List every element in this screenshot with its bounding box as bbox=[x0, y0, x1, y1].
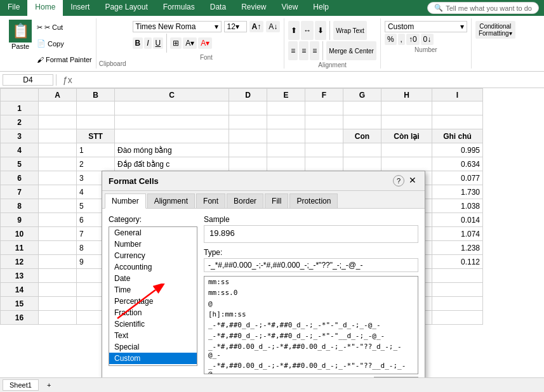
font-size-selector[interactable]: 12 ▾ bbox=[224, 21, 247, 32]
table-row[interactable] bbox=[267, 143, 305, 157]
table-row[interactable] bbox=[39, 283, 77, 297]
format-item[interactable]: @ bbox=[204, 298, 418, 309]
type-input[interactable] bbox=[204, 258, 418, 272]
format-item[interactable]: _-*#,##0_d_-;-*#,##0_d_-;_-*"-"_d_-;_-@_… bbox=[204, 320, 418, 330]
table-row[interactable] bbox=[39, 101, 77, 115]
table-row[interactable] bbox=[229, 129, 267, 143]
table-row[interactable] bbox=[39, 227, 77, 241]
format-item[interactable]: _-*#,##0.00_d_-;-*#,##0.00_d_-;_-*"-"??_… bbox=[204, 341, 418, 360]
category-item-general[interactable]: General bbox=[109, 227, 197, 238]
dialog-tab-number[interactable]: Number bbox=[105, 193, 146, 209]
table-row[interactable] bbox=[343, 101, 381, 115]
category-item-text[interactable]: Text bbox=[109, 330, 197, 341]
category-item-custom[interactable]: Custom bbox=[109, 353, 197, 364]
col-header-c[interactable]: C bbox=[115, 89, 229, 101]
table-row[interactable] bbox=[39, 143, 77, 157]
table-row[interactable] bbox=[115, 101, 229, 115]
table-row[interactable] bbox=[381, 101, 432, 115]
align-right-button[interactable]: ≡ bbox=[310, 41, 319, 60]
align-middle-button[interactable]: ↔ bbox=[301, 21, 314, 40]
category-item-number[interactable]: Number bbox=[109, 238, 197, 250]
sheet-tab-1[interactable]: Sheet1 bbox=[3, 379, 39, 391]
name-box[interactable] bbox=[3, 74, 53, 86]
table-row[interactable] bbox=[305, 129, 343, 143]
tab-formulas[interactable]: Formulas bbox=[156, 0, 202, 16]
format-item[interactable]: mm:ss bbox=[204, 277, 418, 287]
table-row[interactable]: 1.730 bbox=[432, 185, 483, 199]
format-item[interactable]: _-*#,##0_d_-;-*#,##0_d_-;_-*"-"__d_-;_-@… bbox=[204, 330, 418, 341]
table-row[interactable] bbox=[39, 241, 77, 255]
col-header-d[interactable]: D bbox=[229, 89, 267, 101]
category-list[interactable]: GeneralNumberCurrencyAccountingDateTimeP… bbox=[109, 226, 197, 366]
table-row[interactable] bbox=[432, 297, 483, 311]
sheet-add-button[interactable]: + bbox=[40, 379, 58, 391]
tab-review[interactable]: Review bbox=[234, 0, 274, 16]
table-row[interactable] bbox=[229, 115, 267, 129]
table-row[interactable] bbox=[267, 115, 305, 129]
table-row[interactable]: 0.112 bbox=[432, 255, 483, 269]
table-row[interactable] bbox=[39, 213, 77, 227]
table-row[interactable]: 0.077 bbox=[432, 171, 483, 185]
category-item-time[interactable]: Time bbox=[109, 284, 197, 296]
tab-home[interactable]: Home bbox=[27, 0, 63, 16]
borders-button[interactable]: ⊞ bbox=[170, 37, 182, 49]
tab-file[interactable]: File bbox=[0, 0, 27, 16]
table-row[interactable]: Ghi chú bbox=[432, 129, 483, 143]
dialog-help-button[interactable]: ? bbox=[393, 175, 404, 186]
table-row[interactable]: 1.238 bbox=[432, 241, 483, 255]
col-header-i[interactable]: I bbox=[432, 89, 483, 101]
col-header-b[interactable]: B bbox=[77, 89, 115, 101]
table-row[interactable]: 0.634 bbox=[432, 157, 483, 171]
tell-me-box[interactable]: 🔍 Tell me what you want to do bbox=[427, 2, 539, 14]
category-item-currency[interactable]: Currency bbox=[109, 250, 197, 261]
font-color-button[interactable]: A▾ bbox=[198, 37, 212, 49]
category-item-special[interactable]: Special bbox=[109, 341, 197, 353]
table-row[interactable] bbox=[77, 101, 115, 115]
table-row[interactable] bbox=[39, 171, 77, 185]
col-header-h[interactable]: H bbox=[381, 89, 432, 101]
underline-button[interactable]: U bbox=[153, 37, 164, 49]
table-row[interactable]: Đắp đất bằng c bbox=[115, 157, 229, 171]
dialog-close-button[interactable]: ✕ bbox=[407, 175, 418, 186]
table-row[interactable] bbox=[305, 157, 343, 171]
dialog-tab-alignment[interactable]: Alignment bbox=[147, 193, 195, 208]
copy-button[interactable]: 📄 Copy bbox=[37, 39, 92, 48]
table-row[interactable] bbox=[39, 255, 77, 269]
align-bottom-button[interactable]: ⬇ bbox=[315, 21, 326, 40]
table-row[interactable] bbox=[39, 269, 77, 283]
category-item-accounting[interactable]: Accounting bbox=[109, 261, 197, 273]
align-center-button[interactable]: ≡ bbox=[299, 41, 308, 60]
table-row[interactable] bbox=[229, 157, 267, 171]
table-row[interactable] bbox=[432, 283, 483, 297]
table-row[interactable]: 1.038 bbox=[432, 199, 483, 213]
table-row[interactable] bbox=[267, 129, 305, 143]
table-row[interactable]: STT bbox=[77, 129, 115, 143]
table-row[interactable] bbox=[229, 143, 267, 157]
decrease-font-button[interactable]: A↓ bbox=[266, 21, 280, 32]
table-row[interactable] bbox=[343, 143, 381, 157]
font-name-selector[interactable]: Times New Roma ▾ bbox=[133, 21, 222, 32]
category-item-percentage[interactable]: Percentage bbox=[109, 296, 197, 307]
col-header-e[interactable]: E bbox=[267, 89, 305, 101]
merge-center-button[interactable]: Merge & Center bbox=[326, 41, 376, 60]
table-row[interactable] bbox=[229, 101, 267, 115]
table-row[interactable]: Còn lại bbox=[381, 129, 432, 143]
wrap-text-button[interactable]: Wrap Text bbox=[333, 21, 367, 40]
table-row[interactable] bbox=[305, 143, 343, 157]
table-row[interactable] bbox=[39, 199, 77, 213]
function-icon[interactable]: ƒx bbox=[59, 75, 76, 85]
bold-button[interactable]: B bbox=[133, 37, 143, 49]
table-row[interactable] bbox=[381, 115, 432, 129]
table-row[interactable] bbox=[267, 101, 305, 115]
table-row[interactable]: 0.014 bbox=[432, 213, 483, 227]
table-row[interactable]: 1 bbox=[77, 143, 115, 157]
table-row[interactable] bbox=[39, 157, 77, 171]
tab-insert[interactable]: Insert bbox=[63, 0, 97, 16]
format-list[interactable]: mm:ssmm:ss.0@[h]:mm:ss_-*#,##0_d_-;-*#,#… bbox=[204, 276, 418, 374]
percent-button[interactable]: % bbox=[385, 34, 397, 45]
increase-font-button[interactable]: A↑ bbox=[249, 21, 264, 32]
dialog-tab-font[interactable]: Font bbox=[196, 193, 225, 208]
table-row[interactable]: 0.995 bbox=[432, 143, 483, 157]
table-row[interactable] bbox=[432, 269, 483, 283]
table-row[interactable] bbox=[267, 157, 305, 171]
